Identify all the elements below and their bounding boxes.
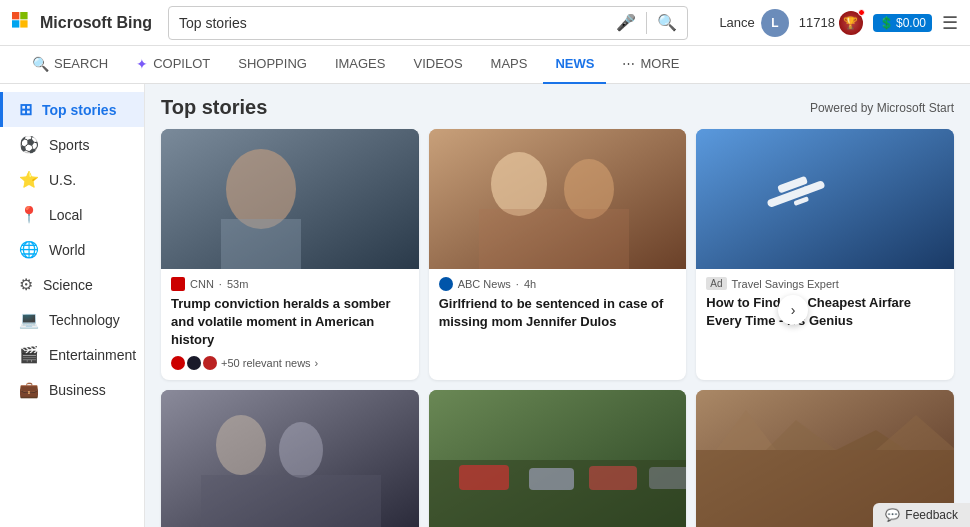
airfare-image-svg [696,129,954,269]
bing-logo[interactable]: Microsoft Bing [12,12,152,34]
more-dots-icon: ⋯ [622,56,635,71]
dot-sep2: · [516,278,519,290]
svg-rect-24 [589,466,637,490]
sidebar-item-label: U.S. [49,172,76,188]
card-trump-footer[interactable]: +50 relevant news › [171,356,409,370]
nav-maps[interactable]: MAPS [479,46,540,84]
svg-rect-3 [20,20,27,27]
svg-rect-25 [649,467,687,489]
sidebar-item-label: Top stories [42,102,116,118]
us-icon: ⭐ [19,170,39,189]
balance: $0.00 [896,16,926,30]
user-info[interactable]: Lance L [719,9,788,37]
world-icon: 🌐 [19,240,39,259]
card-girlfriend[interactable]: ABC News · 4h Girlfriend to be sentenced… [429,129,687,380]
card-trump-meta: CNN · 53m [171,277,409,291]
nav-search[interactable]: 🔍 SEARCH [20,46,120,84]
sidebar-item-label: Local [49,207,82,223]
card-officer[interactable]: ABC News · 8h Officer dies after being '… [429,390,687,527]
nav-videos[interactable]: VIDEOS [401,46,474,84]
search-divider [646,12,647,34]
card-trump-source: CNN [190,278,214,290]
card-trump[interactable]: CNN · 53m Trump conviction heralds a som… [161,129,419,380]
card-airfare-source: Travel Savings Expert [732,278,839,290]
main-layout: ⊞ Top stories ⚽ Sports ⭐ U.S. 📍 Local 🌐 … [0,84,970,527]
card-airfare-meta: Ad Travel Savings Expert [706,277,944,290]
card-trump-title: Trump conviction heralds a somber and vo… [171,295,409,350]
svg-point-5 [226,149,296,229]
bing-text: Microsoft Bing [40,14,152,32]
svg-rect-23 [529,468,574,490]
top-stories-icon: ⊞ [19,100,32,119]
cnn-logo [171,277,185,291]
card-germany[interactable]: The Washington Post · 2h Germany allows … [161,390,419,527]
cart-icon: 💲 [879,16,894,30]
mic-icon[interactable]: 🎤 [616,13,636,32]
nav-news[interactable]: NEWS [543,46,606,84]
username: Lance [719,15,754,30]
card-airfare-title: How to Find the Cheapest Airfare Every T… [706,294,944,330]
search-input[interactable] [179,15,616,31]
card-girlfriend-body: ABC News · 4h Girlfriend to be sentenced… [429,269,687,347]
bing-logo-icon [12,12,34,34]
sidebar-item-label: Entertainment [49,347,136,363]
card-girlfriend-title: Girlfriend to be sentenced in case of mi… [439,295,677,331]
points-value: 11718 [799,15,835,30]
sidebar-item-entertainment[interactable]: 🎬 Entertainment [0,337,144,372]
sidebar-item-world[interactable]: 🌐 World [0,232,144,267]
search-bar: 🎤 🔍 [168,6,688,40]
abc-logo [439,277,453,291]
card-officer-image [429,390,687,527]
feedback-button[interactable]: 💬 Feedback [873,503,970,527]
sidebar-item-science[interactable]: ⚙ Science [0,267,144,302]
svg-rect-10 [479,209,629,269]
search-nav-icon: 🔍 [32,56,49,72]
girlfriend-image-svg [429,129,687,269]
sidebar-item-local[interactable]: 📍 Local [0,197,144,232]
dot-sep: · [219,278,222,290]
content-header: Top stories Powered by Microsoft Start [161,96,954,119]
menu-icon[interactable]: ☰ [942,12,958,34]
science-icon: ⚙ [19,275,33,294]
card-girlfriend-source: ABC News [458,278,511,290]
navbar: 🔍 SEARCH ✦ COPILOT SHOPPING IMAGES VIDEO… [0,46,970,84]
nav-shopping[interactable]: SHOPPING [226,46,319,84]
svg-rect-2 [12,20,19,27]
content-area: Top stories Powered by Microsoft Start [145,84,970,527]
local-icon: 📍 [19,205,39,224]
card-girlfriend-meta: ABC News · 4h [439,277,677,291]
svg-point-17 [216,415,266,475]
sidebar-item-sports[interactable]: ⚽ Sports [0,127,144,162]
nav-more[interactable]: ⋯ MORE [610,46,691,84]
search-icons: 🎤 🔍 [616,12,677,34]
svg-point-18 [279,422,323,478]
search-submit-icon[interactable]: 🔍 [657,13,677,32]
trump-image-svg [161,129,419,269]
nav-copilot[interactable]: ✦ COPILOT [124,46,222,84]
germany-image-svg [161,390,419,527]
entertainment-icon: 🎬 [19,345,39,364]
sidebar-item-us[interactable]: ⭐ U.S. [0,162,144,197]
svg-rect-6 [221,219,301,269]
card-trump-body: CNN · 53m Trump conviction heralds a som… [161,269,419,380]
next-arrow-button[interactable]: › [778,295,808,325]
technology-icon: 💻 [19,310,39,329]
sidebar-item-label: World [49,242,85,258]
svg-rect-11 [696,129,954,269]
nav-images[interactable]: IMAGES [323,46,398,84]
sidebar-item-label: Sports [49,137,89,153]
svg-rect-19 [201,475,381,527]
cart-badge[interactable]: 💲 $0.00 [873,14,932,32]
officer-image-svg [429,390,687,527]
svg-point-8 [491,152,547,216]
sidebar-item-technology[interactable]: 💻 Technology [0,302,144,337]
sidebar-item-label: Business [49,382,106,398]
card-airfare[interactable]: Ad Travel Savings Expert How to Find the… [696,129,954,380]
sidebar-item-business[interactable]: 💼 Business [0,372,144,407]
trump-source-icons [171,356,217,370]
cards-grid: CNN · 53m Trump conviction heralds a som… [161,129,954,527]
feedback-icon: 💬 [885,508,900,522]
card-airfare-body: Ad Travel Savings Expert How to Find the… [696,269,954,346]
points-badge[interactable]: 11718 🏆 [799,11,863,35]
sidebar-item-top-stories[interactable]: ⊞ Top stories [0,92,144,127]
